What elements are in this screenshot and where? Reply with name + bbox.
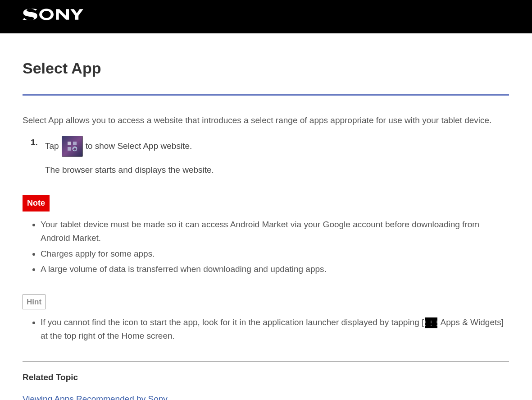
step-text-pre: Tap — [45, 139, 59, 153]
related-topic-link[interactable]: Viewing Apps Recommended by Sony — [23, 394, 168, 400]
note-list: Your tablet device must be made so it ca… — [23, 218, 509, 276]
apps-widgets-icon: ⋮⋮⋮ — [425, 317, 437, 328]
svg-rect-3 — [73, 142, 77, 145]
svg-rect-4 — [68, 147, 71, 151]
select-app-icon — [62, 136, 83, 157]
step-1: 1. Tap to show Select App website. The b… — [45, 136, 509, 177]
step-number: 1. — [31, 136, 38, 149]
note-badge: Note — [23, 195, 50, 211]
step-subtext: The browser starts and displays the webs… — [45, 163, 509, 177]
related-topic-heading: Related Topic — [23, 371, 509, 384]
intro-text: Select App allows you to access a websit… — [23, 114, 509, 127]
sony-logo — [23, 9, 85, 24]
step-text-post: to show Select App website. — [86, 139, 192, 153]
section-divider — [23, 361, 509, 362]
note-item: Charges apply for some apps. — [41, 247, 509, 261]
hint-list: If you cannot find the icon to start the… — [23, 316, 509, 343]
steps-list: 1. Tap to show Select App website. The b… — [23, 136, 509, 177]
hint-text-pre: If you cannot find the icon to start the… — [41, 317, 424, 327]
hint-badge: Hint — [23, 294, 45, 309]
note-item: A large volume of data is transferred wh… — [41, 262, 509, 276]
title-divider — [23, 94, 509, 96]
svg-rect-2 — [68, 142, 71, 145]
main-content: Select App Select App allows you to acce… — [0, 33, 532, 400]
svg-point-1 — [42, 11, 51, 18]
hint-item: If you cannot find the icon to start the… — [41, 316, 509, 343]
header-bar — [0, 0, 532, 33]
note-item: Your tablet device must be made so it ca… — [41, 218, 509, 245]
page-title: Select App — [23, 56, 509, 80]
